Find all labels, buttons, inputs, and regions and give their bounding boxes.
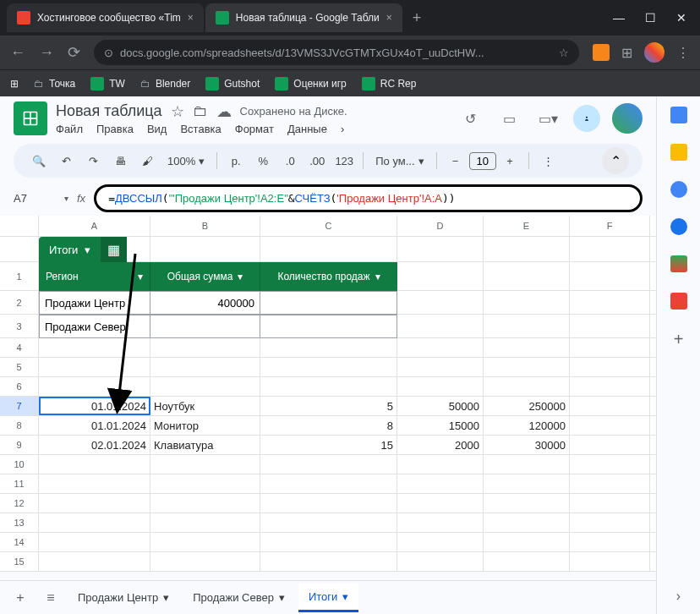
bookmark-item[interactable]: Оценки игр (275, 77, 346, 90)
cell[interactable]: 15000 (397, 416, 484, 435)
menu-more-icon[interactable]: › (341, 123, 344, 135)
maximize-icon[interactable]: ☐ (645, 11, 656, 25)
cell[interactable]: Ноутбук (150, 397, 260, 415)
star-icon[interactable]: ☆ (559, 47, 569, 59)
menu-data[interactable]: Данные (287, 123, 327, 135)
extract-cell[interactable] (260, 315, 396, 337)
search-icon[interactable]: 🔍 (27, 149, 51, 173)
keep-icon[interactable] (670, 144, 687, 161)
column-header[interactable]: A (39, 216, 150, 236)
font-size-input[interactable]: 10 (469, 152, 496, 170)
extract-cell[interactable]: Продажи Север (40, 315, 150, 337)
cell[interactable]: 5 (260, 397, 397, 415)
meet-icon[interactable]: ▭▾ (534, 105, 561, 132)
move-icon[interactable]: 🗀 (193, 102, 208, 120)
close-icon[interactable]: × (386, 12, 392, 24)
cell[interactable]: Клавиатура (150, 436, 260, 454)
menu-format[interactable]: Формат (235, 123, 274, 135)
share-button[interactable] (573, 105, 600, 132)
extensions-menu-icon[interactable]: ⊞ (621, 45, 632, 61)
close-icon[interactable]: ✕ (676, 11, 686, 25)
cell[interactable]: 02.01.2024 (39, 436, 150, 454)
column-header[interactable]: C (260, 216, 397, 236)
extract-options-icon[interactable]: ▦ (101, 237, 127, 262)
menu-edit[interactable]: Правка (96, 123, 134, 135)
cell[interactable]: 15 (260, 436, 397, 454)
zoom-select[interactable]: 100% ▾ (162, 155, 210, 167)
column-header[interactable]: F (570, 216, 650, 236)
new-tab-button[interactable]: + (404, 9, 430, 27)
redo-button[interactable]: ↷ (81, 149, 105, 173)
row-header[interactable]: 8 (0, 416, 39, 435)
profile-avatar[interactable] (644, 42, 664, 63)
row-header[interactable]: 4 (0, 338, 39, 357)
extract-cell[interactable] (260, 292, 396, 314)
cell[interactable]: 01.01.2024 (39, 416, 150, 435)
cell[interactable]: 30000 (484, 436, 570, 454)
cell-selected[interactable]: 01.01.2024 (39, 397, 150, 415)
reload-button[interactable]: ⟳ (68, 43, 80, 62)
undo-button[interactable]: ↶ (54, 149, 78, 173)
maps-icon[interactable] (670, 255, 687, 272)
star-icon[interactable]: ☆ (171, 102, 184, 121)
sheet-tab[interactable]: Продажи Центр ▾ (68, 584, 179, 611)
cell-ref-dropdown-icon[interactable]: ▾ (64, 194, 68, 203)
row-header[interactable]: 1 (0, 262, 39, 290)
bookmark-item[interactable]: Gutshot (205, 77, 260, 90)
decimal-increase-icon[interactable]: .00 (305, 149, 329, 173)
currency-button[interactable]: р. (224, 149, 248, 173)
addon-icon[interactable] (670, 293, 687, 310)
collapse-toolbar-icon[interactable]: ⌃ (602, 147, 629, 174)
url-input[interactable]: ⊙ docs.google.com/spreadsheets/d/13VMS3J… (94, 40, 579, 65)
font-select[interactable]: По ум... ▾ (370, 155, 429, 167)
spreadsheet-grid[interactable]: A B C D E F Итоги ▾ ▦ Регион▾ Общая сумм… (0, 216, 656, 580)
percent-button[interactable]: % (251, 149, 275, 173)
site-info-icon[interactable]: ⊙ (104, 47, 113, 59)
bookmark-item[interactable]: 🗀Точка (34, 78, 75, 90)
minimize-icon[interactable]: — (613, 11, 625, 25)
add-sheet-button[interactable]: + (7, 584, 34, 611)
extract-col-header[interactable]: Количество продаж ▾ (260, 262, 397, 291)
extract-cell[interactable]: 400000 (150, 292, 260, 314)
format-123-button[interactable]: 123 (332, 149, 356, 173)
decimal-decrease-icon[interactable]: .0 (278, 149, 302, 173)
row-header[interactable]: 12 (0, 494, 39, 513)
bookmark-item[interactable]: RC Rep (362, 77, 417, 90)
row-header[interactable]: 3 (0, 315, 39, 337)
browser-tab-1[interactable]: Хостинговое сообщество «Tim × (7, 3, 204, 32)
cell[interactable]: 2000 (397, 436, 484, 454)
back-button[interactable]: ← (10, 44, 25, 62)
row-header[interactable]: 11 (0, 474, 39, 493)
menu-insert[interactable]: Вставка (180, 123, 221, 135)
cell[interactable]: 250000 (484, 397, 570, 415)
row-header[interactable]: 10 (0, 455, 39, 474)
sheet-tab[interactable]: Продажи Север ▾ (183, 584, 295, 611)
more-tools-icon[interactable]: ⋮ (536, 149, 560, 173)
menu-view[interactable]: Вид (147, 123, 167, 135)
history-icon[interactable]: ↺ (457, 105, 484, 132)
column-header[interactable]: D (397, 216, 484, 236)
grid-body[interactable]: Итоги ▾ ▦ Регион▾ Общая сумма ▾ Количест… (0, 237, 656, 572)
extract-col-header[interactable]: Общая сумма ▾ (150, 262, 260, 291)
user-avatar[interactable] (612, 103, 643, 134)
paint-format-icon[interactable]: 🖌 (135, 149, 159, 173)
column-header[interactable]: B (150, 216, 260, 236)
row-header[interactable]: 7 (0, 397, 39, 415)
browser-tab-2[interactable]: Новая таблица - Google Табли × (205, 3, 402, 32)
extract-col-header[interactable]: Регион▾ (39, 262, 150, 291)
cell-reference[interactable]: A7 (14, 192, 56, 205)
extract-cell[interactable] (150, 315, 260, 337)
row-header[interactable]: 6 (0, 377, 39, 396)
row-header[interactable]: 15 (0, 552, 39, 571)
collapse-sidepanel-icon[interactable]: › (676, 589, 681, 604)
row-header[interactable]: 5 (0, 358, 39, 376)
cell[interactable]: 8 (260, 416, 397, 435)
extract-cell[interactable]: Продажи Центр (40, 292, 150, 314)
row-header[interactable]: 9 (0, 436, 39, 454)
menu-file[interactable]: Файл (56, 123, 83, 135)
print-icon[interactable]: 🖶 (108, 149, 132, 173)
formula-input[interactable]: =ДВССЫЛ("'Продажи Центр'!A2:E"&СЧЁТЗ('Пр… (94, 184, 643, 212)
row-header[interactable] (0, 237, 39, 261)
chevron-down-icon[interactable]: ▾ (163, 591, 169, 604)
bookmark-item[interactable]: 🗀Blender (140, 78, 190, 90)
